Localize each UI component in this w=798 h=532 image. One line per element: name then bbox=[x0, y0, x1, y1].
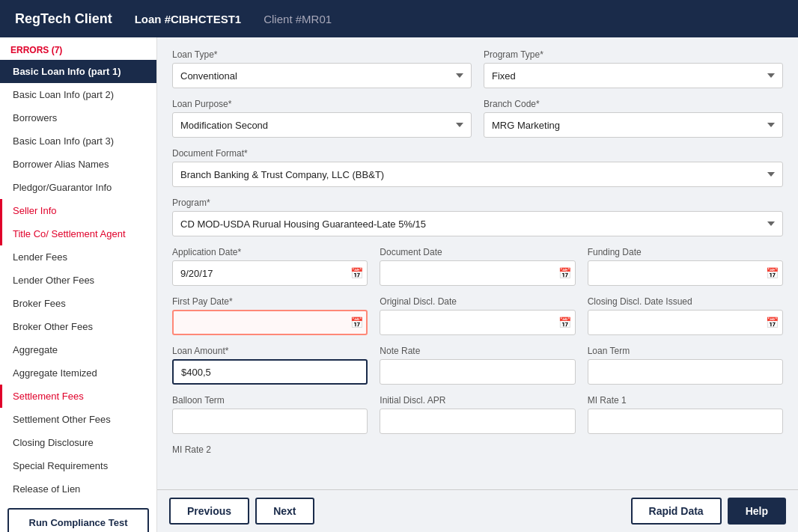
program-type-group: Program Type* Fixed ARM Other bbox=[484, 49, 783, 88]
help-button[interactable]: Help bbox=[728, 498, 786, 525]
closing-discl-date-group: Closing Discl. Date Issued 📅 bbox=[588, 296, 783, 335]
program-type-label: Program Type* bbox=[484, 49, 783, 60]
branch-code-group: Branch Code* MRG Marketing Branch 1 bbox=[484, 99, 783, 138]
row-loan-type-program-type: Loan Type* Conventional FHA VA USDA Prog… bbox=[172, 49, 783, 88]
next-button[interactable]: Next bbox=[255, 498, 314, 525]
loan-purpose-select[interactable]: Modification Second Purchase Refinance bbox=[172, 112, 472, 138]
footer-right-buttons: Rapid Data Help bbox=[631, 498, 786, 525]
document-date-input[interactable] bbox=[380, 260, 575, 286]
note-rate-group: Note Rate bbox=[380, 346, 575, 385]
loan-term-input[interactable] bbox=[588, 359, 783, 385]
row-loan-purpose-branch: Loan Purpose* Modification Second Purcha… bbox=[172, 99, 783, 138]
document-date-wrapper: 📅 bbox=[380, 260, 575, 286]
balloon-term-input[interactable] bbox=[172, 409, 368, 434]
balloon-term-group: Balloon Term bbox=[172, 395, 368, 434]
loan-purpose-label: Loan Purpose* bbox=[172, 99, 472, 109]
program-type-select[interactable]: Fixed ARM Other bbox=[484, 63, 783, 88]
document-format-label: Document Format* bbox=[172, 148, 783, 159]
document-date-label: Document Date bbox=[380, 247, 575, 257]
funding-date-group: Funding Date 📅 bbox=[588, 247, 783, 286]
balloon-term-label: Balloon Term bbox=[172, 395, 368, 406]
sidebar-item-settlement-fees[interactable]: Settlement Fees bbox=[0, 385, 156, 408]
loan-type-select[interactable]: Conventional FHA VA USDA bbox=[172, 63, 472, 88]
original-discl-date-calendar-icon[interactable]: 📅 bbox=[558, 317, 571, 328]
first-pay-date-input[interactable] bbox=[172, 310, 368, 335]
sidebar-item-aggregate-itemized[interactable]: Aggregate Itemized bbox=[0, 361, 156, 385]
loan-id: Loan #CIBHCTEST1 bbox=[135, 13, 242, 25]
document-date-calendar-icon[interactable]: 📅 bbox=[558, 267, 571, 279]
loan-amount-label: Loan Amount* bbox=[172, 346, 368, 356]
mi-rate-1-input[interactable] bbox=[588, 409, 783, 434]
note-rate-input[interactable] bbox=[380, 359, 575, 385]
application-date-wrapper: 9/20/17 📅 bbox=[172, 260, 368, 286]
loan-amount-group: Loan Amount* $400,5 bbox=[172, 346, 368, 385]
initial-discl-apr-group: Initial Discl. APR bbox=[380, 395, 575, 434]
sidebar-item-special-requirements[interactable]: Special Requirements bbox=[0, 454, 156, 477]
sidebar-item-seller-info[interactable]: Seller Info bbox=[0, 199, 156, 222]
original-discl-date-input[interactable] bbox=[380, 310, 575, 335]
mi-rate-1-group: MI Rate 1 bbox=[588, 395, 783, 434]
mi-rate-2-group: MI Rate 2 bbox=[172, 444, 211, 455]
sidebar-item-lender-fees[interactable]: Lender Fees bbox=[0, 245, 156, 269]
run-compliance-button[interactable]: Run Compliance Test bbox=[7, 508, 149, 532]
client-id: Client #MR01 bbox=[264, 13, 332, 25]
branch-code-select[interactable]: MRG Marketing Branch 1 bbox=[484, 112, 783, 138]
row-loan-amount: Loan Amount* $400,5 Note Rate Loan Term bbox=[172, 346, 783, 385]
sidebar-item-lender-other-fees[interactable]: Lender Other Fees bbox=[0, 269, 156, 292]
program-label: Program* bbox=[172, 198, 783, 208]
application-date-group: Application Date* 9/20/17 📅 bbox=[172, 247, 368, 286]
document-format-select[interactable]: Branch Banking & Trust Company, LLC (BB&… bbox=[172, 162, 783, 187]
first-pay-date-calendar-icon[interactable]: 📅 bbox=[350, 317, 363, 328]
application-date-calendar-icon[interactable]: 📅 bbox=[350, 267, 363, 279]
rapid-data-button[interactable]: Rapid Data bbox=[631, 498, 722, 525]
branch-code-label: Branch Code* bbox=[484, 99, 783, 109]
sidebar-item-aggregate[interactable]: Aggregate bbox=[0, 338, 156, 361]
sidebar-item-closing-disclosure[interactable]: Closing Disclosure bbox=[0, 431, 156, 454]
sidebar-item-borrower-alias-names[interactable]: Borrower Alias Names bbox=[0, 153, 156, 176]
funding-date-calendar-icon[interactable]: 📅 bbox=[766, 267, 779, 279]
closing-discl-date-input[interactable] bbox=[588, 310, 783, 335]
sidebar-item-release-of-lien[interactable]: Release of Lien bbox=[0, 477, 156, 501]
mi-rate-1-label: MI Rate 1 bbox=[588, 395, 783, 406]
sidebar-item-title-settlement[interactable]: Title Co/ Settlement Agent bbox=[0, 222, 156, 245]
first-pay-date-wrapper: 📅 bbox=[172, 310, 368, 335]
loan-type-group: Loan Type* Conventional FHA VA USDA bbox=[172, 49, 472, 88]
sidebar-item-pledgor-guarantor[interactable]: Pledgor/Guarantor Info bbox=[0, 176, 156, 199]
note-rate-label: Note Rate bbox=[380, 346, 575, 356]
app-logo: RegTech Client bbox=[15, 11, 112, 27]
footer: Previous Next Rapid Data Help bbox=[157, 489, 798, 532]
row-mi-rate-2: MI Rate 2 bbox=[172, 444, 783, 455]
sidebar-item-borrowers[interactable]: Borrowers bbox=[0, 106, 156, 129]
original-discl-date-label: Original Discl. Date bbox=[380, 296, 575, 307]
footer-left-buttons: Previous Next bbox=[169, 498, 314, 525]
row-document-format: Document Format* Branch Banking & Trust … bbox=[172, 148, 783, 187]
first-pay-date-group: First Pay Date* 📅 bbox=[172, 296, 368, 335]
original-discl-date-wrapper: 📅 bbox=[380, 310, 575, 335]
closing-discl-date-wrapper: 📅 bbox=[588, 310, 783, 335]
initial-discl-apr-input[interactable] bbox=[380, 409, 575, 434]
sidebar-item-broker-other-fees[interactable]: Broker Other Fees bbox=[0, 315, 156, 338]
application-date-input[interactable]: 9/20/17 bbox=[172, 260, 368, 286]
form-content: Loan Type* Conventional FHA VA USDA Prog… bbox=[157, 37, 798, 489]
sidebar-item-broker-fees[interactable]: Broker Fees bbox=[0, 292, 156, 315]
loan-amount-input[interactable]: $400,5 bbox=[172, 359, 368, 385]
closing-discl-date-calendar-icon[interactable]: 📅 bbox=[766, 317, 779, 328]
sidebar-item-basic-loan-info-1[interactable]: Basic Loan Info (part 1) bbox=[0, 60, 156, 83]
loan-term-group: Loan Term bbox=[588, 346, 783, 385]
sidebar-item-settlement-other-fees[interactable]: Settlement Other Fees bbox=[0, 408, 156, 431]
original-discl-date-group: Original Discl. Date 📅 bbox=[380, 296, 575, 335]
previous-button[interactable]: Previous bbox=[169, 498, 249, 525]
row-balloon: Balloon Term Initial Discl. APR MI Rate … bbox=[172, 395, 783, 434]
sidebar: ERRORS (7) Basic Loan Info (part 1) Basi… bbox=[0, 37, 157, 532]
funding-date-input[interactable] bbox=[588, 260, 783, 286]
errors-label: ERRORS (7) bbox=[0, 37, 156, 60]
program-select[interactable]: CD MOD-USDA Rurual Housing Guaranteed-La… bbox=[172, 211, 783, 236]
sidebar-item-basic-loan-info-3[interactable]: Basic Loan Info (part 3) bbox=[0, 129, 156, 153]
first-pay-date-label: First Pay Date* bbox=[172, 296, 368, 307]
row-dates-1: Application Date* 9/20/17 📅 Document Dat… bbox=[172, 247, 783, 286]
loan-type-label: Loan Type* bbox=[172, 49, 472, 60]
content-area: Loan Type* Conventional FHA VA USDA Prog… bbox=[157, 37, 798, 532]
header: RegTech Client Loan #CIBHCTEST1 Client #… bbox=[0, 0, 798, 37]
sidebar-item-basic-loan-info-2[interactable]: Basic Loan Info (part 2) bbox=[0, 83, 156, 106]
row-dates-2: First Pay Date* 📅 Original Discl. Date 📅 bbox=[172, 296, 783, 335]
